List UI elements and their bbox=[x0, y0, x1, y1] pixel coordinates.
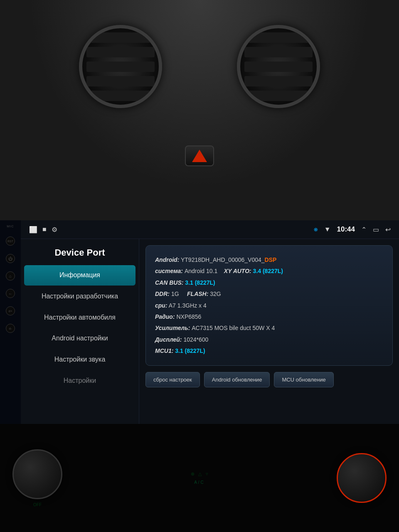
sidebar-title: Device Port bbox=[21, 245, 139, 264]
rst-label: RST bbox=[7, 240, 13, 243]
button-row: сброс настроек Android обновление MCU об… bbox=[145, 372, 393, 387]
content-panel: Android: YT9218DH_AHD_00006_V004_DSP сис… bbox=[139, 239, 399, 424]
mcu-update-button[interactable]: MCU обновление bbox=[274, 372, 333, 387]
left-knob-area: OFF bbox=[12, 449, 62, 507]
canbus-label: CAN BUS: bbox=[155, 279, 183, 286]
radio-row: Радио: NXP6856 bbox=[155, 312, 383, 321]
android-label: Android: bbox=[155, 256, 179, 263]
amp-label: Усилитель: bbox=[155, 325, 190, 331]
back-bezel-button[interactable]: ← bbox=[6, 289, 15, 298]
back-bezel-icon: ← bbox=[8, 291, 12, 296]
hazard-button[interactable] bbox=[185, 145, 214, 166]
xy-auto-value: 3.4 (8227L) bbox=[253, 268, 283, 274]
ddr-row: DDR: 1G FLASH: 32G bbox=[155, 289, 383, 298]
status-right: ⎈ ▼ 10:44 ⌃ ▭ ↩ bbox=[314, 225, 391, 234]
android-highlight: DSP bbox=[265, 256, 277, 263]
ddr-value: 1G bbox=[171, 291, 179, 297]
android-update-button[interactable]: Android обновление bbox=[204, 372, 270, 387]
android-value: YT9218DH_AHD_00006_V004_ bbox=[181, 256, 265, 263]
center-controls: ⊕ △ ▿ A/C bbox=[191, 471, 208, 485]
back-icon[interactable]: ↩ bbox=[385, 226, 391, 234]
window-icon: ▭ bbox=[373, 226, 379, 234]
expand-icon: ⌃ bbox=[361, 226, 367, 234]
radio-label: Радио: bbox=[155, 313, 175, 320]
left-bezel: MIC RST ⏻ ⌂ ← d+ d- bbox=[0, 220, 21, 424]
sidebar: Device Port Информация Настройки разрабо… bbox=[21, 239, 139, 424]
mic-label: MIC bbox=[7, 224, 14, 228]
right-knob[interactable] bbox=[337, 453, 387, 503]
info-box: Android: YT9218DH_AHD_00006_V004_DSP сис… bbox=[145, 245, 393, 366]
mcu-row: MCU1: 3.1 (8227L) bbox=[155, 346, 383, 355]
home-button[interactable]: ⌂ bbox=[6, 271, 15, 281]
cpu-label: cpu: bbox=[155, 302, 167, 309]
flash-value: 32G bbox=[210, 291, 221, 297]
xy-auto-label: XY AUTO: bbox=[224, 268, 251, 274]
vol-up-button[interactable]: d+ bbox=[6, 306, 15, 315]
left-knob-label: OFF bbox=[33, 502, 42, 507]
canbus-row: CAN BUS: 3.1 (8227L) bbox=[155, 278, 383, 287]
rst-button[interactable]: RST bbox=[6, 236, 15, 246]
screen-wrapper: MIC RST ⏻ ⌂ ← d+ d- bbox=[0, 220, 399, 424]
screen-content: ⬜ ■ ⚙ ⎈ ▼ 10:44 ⌃ ▭ ↩ Device Port bbox=[21, 220, 399, 424]
cpu-row: cpu: A7 1.3GHz x 4 bbox=[155, 301, 383, 310]
menu-item-android[interactable]: Android настройки bbox=[24, 328, 135, 349]
settings-icon[interactable]: ⚙ bbox=[52, 226, 57, 234]
home-icon: ⌂ bbox=[9, 274, 12, 278]
vol-down-icon: d- bbox=[9, 327, 12, 330]
reset-button[interactable]: сброс настроек bbox=[145, 372, 200, 387]
right-knob-area bbox=[337, 453, 387, 503]
main-content: Device Port Информация Настройки разрабо… bbox=[21, 239, 399, 424]
status-left: ⬜ ■ ⚙ bbox=[29, 226, 57, 234]
recent-apps-icon[interactable]: ⬜ bbox=[29, 226, 37, 234]
vol-down-button[interactable]: d- bbox=[6, 324, 15, 333]
ddr-label: DDR: bbox=[155, 291, 170, 297]
power-button[interactable]: ⏻ bbox=[6, 254, 15, 263]
flash-label: FLASH: bbox=[187, 291, 208, 297]
android-row: Android: YT9218DH_AHD_00006_V004_DSP bbox=[155, 255, 383, 264]
right-vent bbox=[237, 25, 320, 108]
menu-item-info[interactable]: Информация bbox=[24, 265, 135, 286]
menu-item-car[interactable]: Настройки автомобиля bbox=[24, 308, 135, 328]
vol-up-icon: d+ bbox=[8, 309, 12, 313]
hazard-icon bbox=[192, 150, 207, 162]
below-screen: OFF ⊕ △ ▿ A/C bbox=[0, 424, 399, 532]
cpu-value: A7 1.3GHz x 4 bbox=[169, 302, 207, 309]
controls-area: OFF ⊕ △ ▿ A/C bbox=[0, 424, 399, 532]
center-indicators: ⊕ △ ▿ bbox=[191, 471, 208, 477]
amp-value: AC7315 MOS bile duct 50W X 4 bbox=[192, 325, 275, 331]
canbus-value: 3.1 (8227L) bbox=[185, 279, 215, 286]
menu-item-developer[interactable]: Настройки разработчика bbox=[24, 286, 135, 307]
ac-label: A/C bbox=[194, 480, 205, 485]
mcu-label: MCU1: bbox=[155, 347, 173, 354]
system-label: система: bbox=[155, 268, 183, 274]
system-value: Android 10.1 bbox=[185, 268, 217, 274]
amp-row: Усилитель: AC7315 MOS bile duct 50W X 4 bbox=[155, 323, 383, 332]
display-value: 1024*600 bbox=[183, 336, 208, 343]
system-row: система: Android 10.1 XY AUTO: 3.4 (8227… bbox=[155, 266, 383, 276]
wifi-icon: ▼ bbox=[324, 226, 331, 233]
vent-area bbox=[0, 25, 399, 108]
bluetooth-icon: ⎈ bbox=[314, 226, 318, 233]
left-vent bbox=[79, 25, 162, 108]
display-row: Дисплей: 1024*600 bbox=[155, 335, 383, 344]
status-bar: ⬜ ■ ⚙ ⎈ ▼ 10:44 ⌃ ▭ ↩ bbox=[21, 220, 399, 239]
square-icon[interactable]: ■ bbox=[42, 226, 47, 233]
left-knob[interactable] bbox=[12, 449, 62, 499]
display-label: Дисплей: bbox=[155, 336, 182, 343]
radio-value: NXP6856 bbox=[176, 313, 201, 320]
menu-item-settings[interactable]: Настройки bbox=[24, 371, 135, 385]
time-display: 10:44 bbox=[337, 225, 355, 234]
dashboard-photo bbox=[0, 0, 399, 220]
mcu-value: 3.1 (8227L) bbox=[175, 347, 205, 354]
menu-item-sound[interactable]: Настройки звука bbox=[24, 350, 135, 370]
power-icon: ⏻ bbox=[8, 256, 12, 261]
